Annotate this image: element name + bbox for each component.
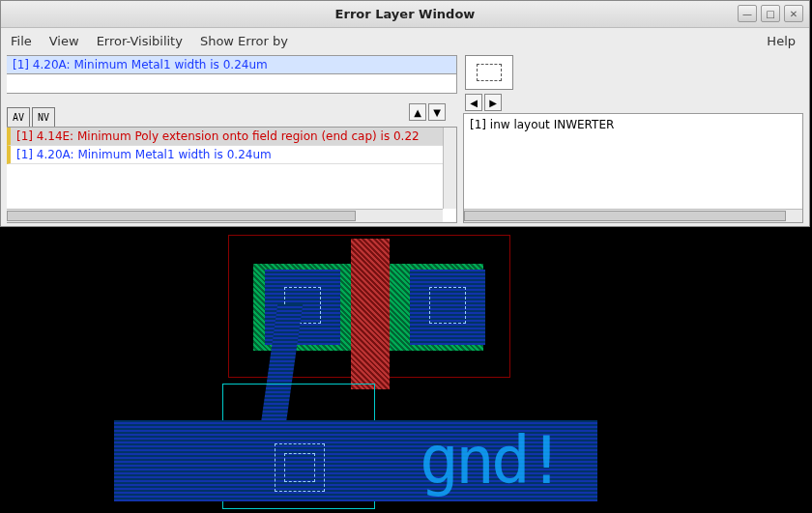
arrow-left-button[interactable]: ◀ (465, 94, 482, 111)
nav-arrows: ◀ ▶ (465, 94, 803, 111)
list-item[interactable]: [1] 4.20A: Minimum Metal1 width is 0.24u… (7, 146, 456, 164)
menu-show-error-by[interactable]: Show Error by (200, 34, 288, 48)
arrow-up-button[interactable]: ▲ (409, 103, 426, 121)
error-summary-list[interactable]: [1] 4.20A: Minimum Metal1 width is 0.24u… (7, 55, 457, 94)
via-marker (429, 287, 466, 324)
sort-arrows: ▲ ▼ (409, 103, 446, 121)
maximize-button[interactable]: □ (761, 5, 780, 22)
window-controls: — □ ✕ (738, 5, 803, 22)
list-item[interactable]: [1] 4.14E: Minimum Poly extension onto f… (7, 128, 456, 146)
net-label-gnd: gnd! (420, 422, 563, 499)
poly-gate (351, 239, 390, 389)
layout-canvas[interactable]: gnd! (0, 227, 812, 513)
error-detail-list[interactable]: [1] 4.14E: Minimum Poly extension onto f… (7, 127, 457, 223)
arrow-right-button[interactable]: ▶ (484, 94, 502, 111)
close-button[interactable]: ✕ (784, 5, 803, 22)
menu-help[interactable]: Help (767, 34, 796, 48)
tab-toolbar: AV NV ▲ ▼ (7, 103, 457, 127)
via-marker (284, 453, 315, 482)
tree-item[interactable]: [1] inw layout INWERTER (470, 118, 797, 131)
content-area: [1] 4.20A: Minimum Metal1 width is 0.24u… (1, 53, 809, 227)
tab-av[interactable]: AV (7, 107, 30, 127)
left-pane: [1] 4.20A: Minimum Metal1 width is 0.24u… (7, 55, 457, 223)
titlebar[interactable]: Error Layer Window — □ ✕ (1, 1, 809, 28)
preview-swatch (477, 64, 502, 81)
layer-preview-icon[interactable] (465, 55, 513, 90)
hierarchy-tree[interactable]: [1] inw layout INWERTER (463, 113, 803, 223)
right-pane: ◀ ▶ [1] inw layout INWERTER (461, 55, 803, 223)
list-item[interactable]: [1] 4.20A: Minimum Metal1 width is 0.24u… (7, 56, 456, 74)
tab-nv[interactable]: NV (32, 107, 55, 127)
menu-error-visibility[interactable]: Error-Visibility (97, 34, 183, 48)
menu-view[interactable]: View (49, 34, 79, 48)
menubar: File View Error-Visibility Show Error by… (1, 28, 809, 53)
menu-file[interactable]: File (11, 34, 32, 48)
horizontal-scrollbar[interactable] (464, 209, 802, 222)
window-title: Error Layer Window (335, 7, 476, 21)
error-layer-window: Error Layer Window — □ ✕ File View Error… (0, 0, 810, 227)
vertical-scrollbar[interactable] (443, 128, 456, 209)
minimize-button[interactable]: — (738, 5, 757, 22)
horizontal-scrollbar[interactable] (7, 209, 443, 222)
arrow-down-button[interactable]: ▼ (428, 103, 446, 121)
